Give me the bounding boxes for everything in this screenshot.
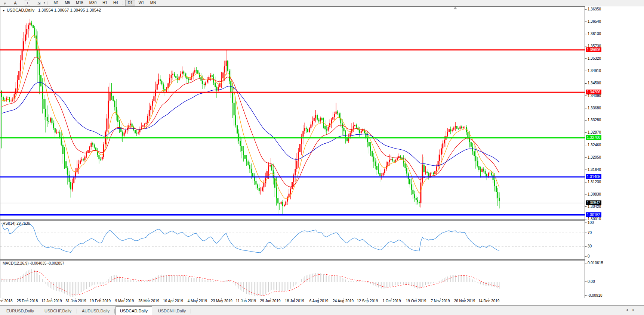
macd-tick-label: -0.00918 [588,293,602,298]
level-price-badge: 1.32700 [586,135,601,140]
chart-title-dropdown-icon[interactable]: ▼ [2,9,5,12]
price-tick-label: 1.32460 [588,143,601,147]
trading-platform-window: F A T ⇲ ▾ M1M5M15M30H1H4D1W1MN ▼USDCAD,D… [0,0,644,315]
chart-title: ▼USDCAD,Daily1.30554 1.30667 1.30495 1.3… [2,8,101,12]
chart-tab-usdcad[interactable]: USDCAD,Daily [115,306,152,315]
price-tick-label: 1.31640 [588,168,601,172]
rsi-tick-label: 30 [588,244,592,249]
chart-tab-eurusd[interactable]: EURUSD,Daily [2,308,38,315]
tab-separator [114,309,115,314]
price-tick-label: 1.34090 [588,94,601,98]
tab-scroll-left-icon[interactable]: ◄ [625,308,632,312]
chart-tab-usdchf[interactable]: USDCHF,Daily [40,308,76,315]
chart-ohlc-values: 1.30554 1.30667 1.30495 1.30542 [38,8,101,12]
tab-scroll-right-icon[interactable]: ► [632,308,639,312]
price-tick-label: 1.35730 [588,44,601,49]
chart-tab-usdcnh[interactable]: USDCNH,Daily [154,308,190,315]
price-tick-label: 1.33680 [588,106,601,110]
rsi-indicator-label: RSI(14) 29.7636 [3,221,30,225]
price-tick-label: 1.33280 [588,118,601,122]
price-tick-label: 1.30830 [588,192,601,197]
rsi-tick-label: 100 [588,221,594,225]
tab-separator [191,309,191,314]
price-tick-label: 1.36130 [588,32,601,36]
price-tick-label: 1.32870 [588,130,601,135]
macd-pane[interactable] [0,261,585,298]
chart-tab-bar: EURUSD,DailyUSDCHF,DailyAUDUSD,DailyUSDC… [0,305,644,315]
chart-canvas[interactable] [0,0,644,315]
tab-separator [39,309,39,314]
price-tick-label: 1.36950 [588,7,601,12]
tab-scroll-arrows[interactable]: ◄► [625,308,639,312]
tab-separator [153,309,153,314]
price-tick-label: 1.32050 [588,155,601,160]
rsi-tick-label: 0 [588,254,590,259]
price-tick-label: 1.34910 [588,69,601,73]
macd-tick-label: 0.010615 [588,261,603,265]
tab-separator [77,309,77,314]
level-price-badge: 1.30152 [586,212,601,217]
price-tick-label: 1.34500 [588,81,601,85]
rsi-pane[interactable] [0,221,585,260]
rsi-tick-label: 70 [588,231,592,235]
price-tick-label: 1.30420 [588,205,601,209]
level-price-badge: 1.31405 [586,174,601,179]
chart-symbol-period: USDCAD,Daily [7,8,34,12]
macd-indicator-label: MACD(12,26,9) -0.004035 -0.002857 [3,261,64,265]
chart-tab-audusd[interactable]: AUDUSD,Daily [78,308,114,315]
price-tick-label: 1.35320 [588,56,601,61]
price-tick-label: 1.36540 [588,19,601,24]
price-tick-label: 1.31230 [588,180,601,184]
macd-tick-label: 0.00 [588,280,595,284]
date-axis-label: 14 Dec 2019 [474,299,504,303]
